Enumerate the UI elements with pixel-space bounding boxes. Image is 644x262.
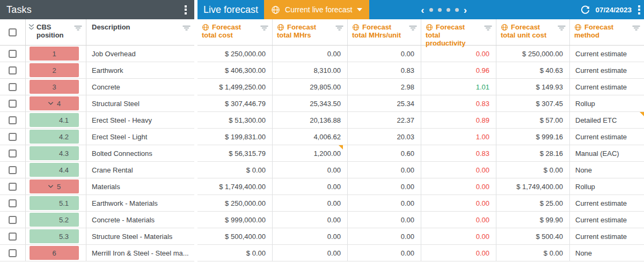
refresh-icon[interactable]: [581, 5, 590, 14]
cbs-badge[interactable]: 5.1: [30, 196, 79, 210]
forecast-total-unit-cost-cell[interactable]: $ 0.00: [496, 162, 570, 178]
row-checkbox[interactable]: [9, 66, 17, 74]
filter-icon[interactable]: [409, 25, 417, 33]
filter-icon[interactable]: [558, 25, 566, 33]
cbs-badge[interactable]: 4.1: [30, 113, 79, 127]
forecast-method-cell[interactable]: Rollup: [570, 95, 644, 111]
forecast-total-productivity-cell[interactable]: 0.83: [421, 95, 496, 111]
forecast-total-unit-cost-cell[interactable]: $ 40.63: [496, 62, 570, 78]
forecast-total-mhrs-cell[interactable]: 25,343.50: [273, 95, 348, 111]
page-dot[interactable]: [438, 8, 442, 12]
row-checkbox[interactable]: [9, 249, 17, 257]
forecast-total-unit-cost-cell[interactable]: $ 1,749,400.00: [496, 178, 570, 194]
forecast-total-cost-cell[interactable]: $ 500,400.00: [197, 228, 273, 244]
row-checkbox[interactable]: [9, 149, 17, 158]
forecast-total-cost-cell[interactable]: $ 999,000.00: [197, 212, 273, 228]
task-description[interactable]: Materials: [86, 178, 194, 194]
row-checkbox[interactable]: [9, 233, 17, 241]
row-checkbox[interactable]: [9, 100, 17, 108]
forecast-method-cell[interactable]: Current estimate: [570, 228, 644, 244]
forecast-total-productivity-cell[interactable]: 0.00: [421, 195, 496, 211]
page-dot[interactable]: [447, 8, 450, 12]
cbs-badge[interactable]: 2: [30, 63, 79, 77]
column-header-cbs-position[interactable]: CBS position: [26, 19, 86, 45]
task-description[interactable]: Crane Rental: [86, 162, 194, 178]
cbs-badge[interactable]: 4: [30, 96, 79, 110]
forecast-total-cost-cell[interactable]: $ 51,300.00: [197, 112, 273, 128]
forecast-method-cell[interactable]: Current estimate: [570, 212, 644, 228]
forecast-total-productivity-cell[interactable]: 0.00: [421, 178, 496, 194]
forecast-total-productivity-cell[interactable]: 0.00: [421, 212, 496, 228]
forecast-total-mhrs-cell[interactable]: 0.00: [273, 245, 348, 261]
forecast-selector-button[interactable]: Current live forecast: [264, 0, 369, 19]
forecast-total-mhrs-unit-cell[interactable]: 0.00: [348, 228, 421, 244]
forecast-total-mhrs-unit-cell[interactable]: 0.00: [348, 162, 421, 178]
forecast-total-mhrs-unit-cell[interactable]: 0.60: [348, 145, 421, 161]
forecast-total-mhrs-cell[interactable]: 29,805.00: [273, 79, 348, 95]
chevron-down-icon[interactable]: [48, 101, 54, 106]
forecast-total-mhrs-cell[interactable]: 0.00: [273, 228, 348, 244]
row-checkbox[interactable]: [9, 199, 17, 207]
forecast-total-mhrs-cell[interactable]: 1,200.00: [273, 145, 348, 161]
forecast-total-mhrs-unit-cell[interactable]: 2.98: [348, 79, 421, 95]
forecast-total-mhrs-cell[interactable]: 0.00: [273, 162, 348, 178]
forecast-method-cell[interactable]: Rollup: [570, 178, 644, 194]
cbs-badge[interactable]: 4.3: [30, 146, 79, 160]
column-header-description[interactable]: Description: [86, 19, 194, 45]
forecast-total-mhrs-unit-cell[interactable]: 20.03: [348, 129, 421, 145]
row-checkbox[interactable]: [9, 133, 17, 141]
forecast-total-mhrs-unit-cell[interactable]: 0.00: [348, 212, 421, 228]
filter-icon[interactable]: [484, 25, 492, 33]
forecast-total-productivity-cell[interactable]: 0.96: [421, 62, 496, 78]
forecast-total-mhrs-unit-cell[interactable]: 25.34: [348, 95, 421, 111]
page-dot[interactable]: [455, 8, 459, 12]
kebab-menu-icon[interactable]: [637, 4, 641, 16]
task-description[interactable]: Earthwork - Materials: [86, 195, 194, 211]
prev-page-arrow[interactable]: ‹: [421, 5, 424, 15]
forecast-method-cell[interactable]: Current estimate: [570, 79, 644, 95]
column-header-forecast-total-productivity[interactable]: Forecast total productivity: [421, 19, 496, 45]
forecast-total-cost-cell[interactable]: $ 0.00: [197, 245, 273, 261]
forecast-total-cost-cell[interactable]: $ 250,000.00: [197, 195, 273, 211]
column-header-forecast-total-mhrs[interactable]: Forecast total MHrs: [273, 19, 348, 45]
forecast-date[interactable]: 07/24/2023: [595, 6, 632, 14]
forecast-method-cell[interactable]: Current estimate: [570, 62, 644, 78]
forecast-total-productivity-cell[interactable]: 0.89: [421, 112, 496, 128]
forecast-total-cost-cell[interactable]: $ 0.00: [197, 162, 273, 178]
cbs-badge[interactable]: 6: [30, 246, 79, 260]
chevron-down-icon[interactable]: [48, 184, 54, 189]
forecast-total-unit-cost-cell[interactable]: $ 0.00: [496, 245, 570, 261]
forecast-total-cost-cell[interactable]: $ 199,831.00: [197, 129, 273, 145]
forecast-total-unit-cost-cell[interactable]: $ 149.93: [496, 79, 570, 95]
forecast-total-mhrs-unit-cell[interactable]: 0.00: [348, 178, 421, 194]
forecast-total-unit-cost-cell[interactable]: $ 307.45: [496, 95, 570, 111]
forecast-method-cell[interactable]: None: [570, 162, 644, 178]
column-header-forecast-total-mhrs-unit[interactable]: Forecast total MHrs/unit: [348, 19, 421, 45]
forecast-total-cost-cell[interactable]: $ 1,749,400.00: [197, 178, 273, 194]
task-description[interactable]: Job Overhead: [86, 46, 194, 62]
forecast-total-cost-cell[interactable]: $ 307,446.79: [197, 95, 273, 111]
forecast-method-cell[interactable]: Current estimate: [570, 195, 644, 211]
forecast-total-mhrs-cell[interactable]: 20,136.88: [273, 112, 348, 128]
forecast-total-mhrs-unit-cell[interactable]: 22.37: [348, 112, 421, 128]
column-header-forecast-method[interactable]: Forecast method: [570, 19, 644, 45]
row-checkbox[interactable]: [9, 183, 17, 191]
forecast-total-cost-cell[interactable]: $ 250,000.00: [197, 46, 273, 62]
forecast-method-cell[interactable]: Manual (EAC): [570, 145, 644, 161]
column-header-forecast-total-unit-cost[interactable]: Forecast total unit cost: [496, 19, 570, 45]
filter-icon[interactable]: [260, 25, 268, 33]
row-checkbox[interactable]: [9, 216, 17, 224]
forecast-total-unit-cost-cell[interactable]: $ 250,000.00: [496, 46, 570, 62]
filter-icon[interactable]: [182, 25, 191, 33]
forecast-total-productivity-cell[interactable]: 1.00: [421, 129, 496, 145]
task-description[interactable]: Concrete - Materials: [86, 212, 194, 228]
forecast-total-unit-cost-cell[interactable]: $ 99.90: [496, 212, 570, 228]
forecast-total-mhrs-cell[interactable]: 0.00: [273, 178, 348, 194]
task-description[interactable]: Erect Steel - Heavy: [86, 112, 194, 128]
column-header-forecast-total-cost[interactable]: Forecast total cost: [197, 19, 273, 45]
forecast-total-mhrs-cell[interactable]: 4,006.62: [273, 129, 348, 145]
forecast-total-mhrs-unit-cell[interactable]: 0.00: [348, 46, 421, 62]
forecast-total-mhrs-cell[interactable]: 0.00: [273, 212, 348, 228]
forecast-total-mhrs-cell[interactable]: 0.00: [273, 195, 348, 211]
cbs-badge[interactable]: 1: [30, 47, 79, 61]
